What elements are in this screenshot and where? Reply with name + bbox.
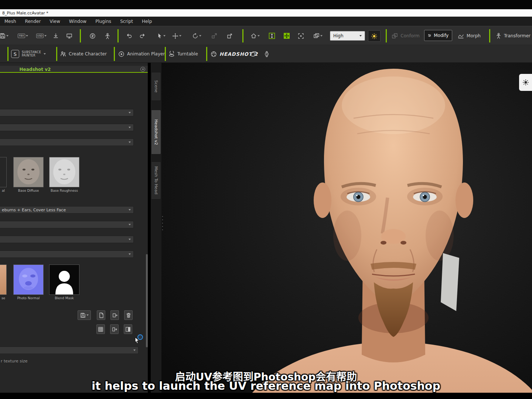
panel-dropdown-6[interactable]	[0, 236, 134, 243]
split-view-button[interactable]	[124, 324, 132, 334]
create-character-icon	[60, 51, 66, 57]
conform-button[interactable]: Conform	[390, 30, 421, 42]
plugin-toolbar: S SUBSTANCE PAINTER Create Character Ani…	[0, 45, 532, 63]
animation-player-button[interactable]: Animation Player	[118, 45, 165, 63]
redo-button[interactable]	[137, 30, 147, 42]
pose-tool-button[interactable]	[102, 30, 113, 42]
reload-texture-button[interactable]	[110, 310, 119, 320]
transformer-button[interactable]: Transformer	[494, 30, 532, 42]
toolbar-separator	[80, 29, 81, 42]
base-roughness-thumbnail[interactable]	[49, 157, 79, 187]
select-tool-button[interactable]	[155, 30, 167, 42]
panel-dropdown-5[interactable]	[0, 221, 134, 228]
base-roughness-label: Base Roughness	[49, 189, 79, 192]
focus-camera-button[interactable]	[296, 30, 306, 42]
menu-bar: Mesh Render View Window Plugins Script H…	[0, 17, 532, 26]
save-project-button[interactable]	[0, 30, 10, 42]
fit-vertical-button[interactable]	[267, 30, 277, 42]
usd-badge: USD	[36, 34, 44, 38]
fit-all-icon	[283, 33, 290, 39]
base-normal-label: al	[0, 189, 7, 192]
chevron-down-icon	[179, 35, 181, 37]
substance-label-line1: SUBSTANCE	[22, 51, 41, 54]
conform-icon	[392, 33, 398, 39]
goz-button[interactable]	[87, 30, 98, 42]
new-document-button[interactable]	[97, 310, 105, 320]
goz-icon	[89, 33, 96, 39]
menu-script[interactable]: Script	[116, 17, 137, 26]
trash-icon	[126, 313, 131, 318]
watch-tool-button[interactable]	[264, 45, 270, 63]
close-icon[interactable]	[140, 67, 145, 72]
sideburns-dropdown[interactable]: eburns + Ears, Cover Less Face	[0, 206, 134, 214]
panel-dropdown-1[interactable]	[0, 109, 134, 116]
scale-tool-button[interactable]	[209, 30, 219, 42]
morph-button[interactable]: Morph	[456, 30, 482, 42]
photo-diffuse-thumbnail[interactable]	[0, 265, 7, 295]
fbx-export-button[interactable]: FBX	[16, 30, 30, 42]
tab-mesh-to-head[interactable]: Mesh To Head	[151, 161, 161, 200]
menu-window[interactable]: Window	[65, 17, 91, 26]
watch-icon	[264, 51, 270, 57]
mouse-cursor	[134, 334, 145, 347]
import-button[interactable]	[51, 30, 61, 42]
mirror-icon	[250, 51, 257, 57]
move-tool-button[interactable]	[170, 30, 183, 42]
tab-scene[interactable]: Scene	[151, 72, 161, 101]
menu-render[interactable]: Render	[21, 17, 45, 26]
send-to-screen-button[interactable]	[64, 30, 75, 42]
delete-texture-button[interactable]	[124, 310, 133, 320]
preview-light-button[interactable]	[368, 30, 381, 42]
photo-normal-thumbnail[interactable]	[13, 265, 44, 295]
viewport-light-button[interactable]	[519, 74, 532, 91]
export-uv-button[interactable]	[110, 324, 119, 334]
play-icon	[118, 51, 125, 57]
texture-size-dropdown[interactable]	[0, 347, 139, 354]
menu-mesh[interactable]: Mesh	[0, 17, 21, 26]
panel-dropdown-7[interactable]	[0, 250, 134, 258]
reload-icon	[112, 313, 117, 318]
viewport-3d[interactable]	[161, 63, 532, 393]
pose-figure-icon	[105, 33, 110, 39]
chevron-down-icon	[44, 35, 47, 37]
split-image-icon	[125, 327, 131, 332]
headshot-panel-header[interactable]: Headshot v2	[0, 66, 148, 73]
panel-dropdown-2[interactable]	[0, 124, 134, 131]
sideburns-dropdown-value: eburns + Ears, Cover Less Face	[2, 208, 66, 212]
pivot-icon	[226, 33, 232, 39]
menu-help[interactable]: Help	[137, 17, 156, 26]
toolbar-separator	[386, 29, 387, 42]
save-texture-button[interactable]	[78, 310, 91, 320]
base-normal-thumbnail[interactable]	[0, 157, 7, 187]
quality-dropdown[interactable]: High	[330, 31, 365, 41]
menu-plugins[interactable]: Plugins	[91, 17, 116, 26]
tab-headshot-v2[interactable]: Headshot v2	[151, 110, 161, 154]
undo-button[interactable]	[124, 30, 134, 42]
menu-view[interactable]: View	[45, 17, 64, 26]
chevron-down-icon	[129, 239, 131, 240]
pivot-tool-button[interactable]	[224, 30, 235, 42]
render-layers-button[interactable]	[311, 30, 324, 42]
headshot-panel: Headshot v2 al Base Diffuse Base Roughne…	[0, 63, 148, 393]
substance-painter-button[interactable]: S SUBSTANCE PAINTER	[11, 45, 46, 63]
scale-icon	[211, 33, 217, 39]
mirror-tool-button[interactable]	[250, 45, 257, 63]
create-character-button[interactable]: Create Character	[60, 45, 107, 63]
blend-mask-thumbnail[interactable]	[49, 265, 79, 295]
fit-all-button[interactable]	[282, 30, 292, 42]
top-black-strip	[0, 0, 532, 9]
main-toolbar: FBX USD	[0, 26, 532, 45]
panel-scrollbar[interactable]	[146, 254, 148, 347]
panel-splitter-handle[interactable]	[162, 216, 163, 240]
uv-grid-button[interactable]	[96, 324, 105, 334]
home-view-button[interactable]	[248, 30, 262, 42]
panel-dropdown-3[interactable]	[0, 139, 134, 146]
usd-export-button[interactable]: USD	[34, 30, 49, 42]
rotate-tool-button[interactable]	[190, 30, 203, 42]
base-diffuse-thumbnail[interactable]	[13, 157, 44, 187]
window-titlebar: 8_Plus Male.ccAvatar *	[0, 9, 532, 17]
photo-normal-label: Photo Normal	[13, 296, 44, 300]
transformer-figure-icon	[496, 33, 501, 39]
turntable-button[interactable]: Turntable	[168, 45, 198, 63]
modify-button[interactable]: Modify	[424, 30, 452, 41]
